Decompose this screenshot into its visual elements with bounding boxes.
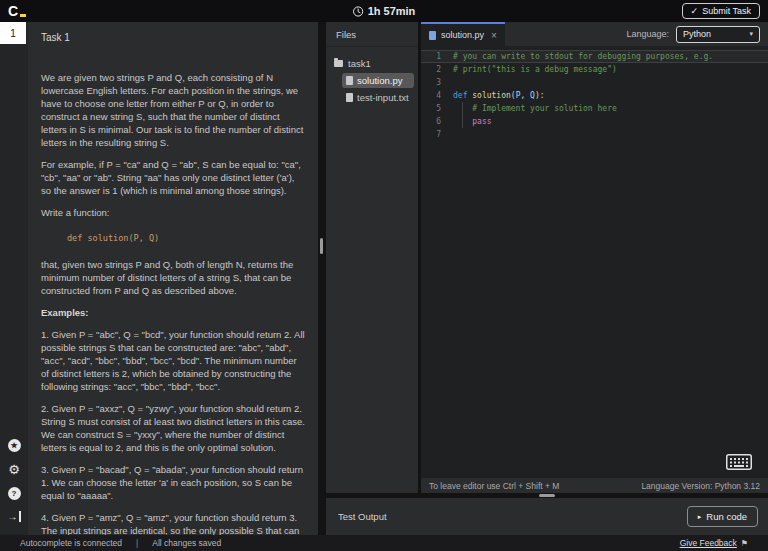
timer: 1h 57min bbox=[353, 5, 416, 17]
code-line-7[interactable]: 7 bbox=[421, 128, 768, 141]
files-panel: Files task1 solution.py test-input.tx bbox=[326, 22, 418, 493]
indent-guide bbox=[462, 102, 463, 128]
code-comment: # you can write to stdout for debugging … bbox=[441, 50, 713, 63]
codility-app: C 1h 57min ✓ Submit Task 1 ★ ⚙ ? → bbox=[0, 0, 768, 551]
task-example-4: 4. Given P = "amz", Q = "amz", your func… bbox=[41, 511, 305, 535]
code-line-1[interactable]: 1 # you can write to stdout for debuggin… bbox=[421, 50, 768, 63]
feedback-group: Give Feedback ⚑ bbox=[680, 538, 748, 548]
bottom-status-bar: Autocomplete is connected | All changes … bbox=[0, 535, 768, 551]
panel-resize-divider[interactable] bbox=[318, 22, 326, 535]
code-line-5[interactable]: 5 # Implement your solution here bbox=[421, 102, 768, 115]
code-def-line: def solution(P, Q): bbox=[441, 89, 545, 102]
codility-logo[interactable]: C bbox=[8, 4, 26, 18]
submit-task-button[interactable]: ✓ Submit Task bbox=[682, 3, 760, 19]
right-region: Files task1 solution.py test-input.tx bbox=[326, 22, 768, 535]
logout-exit-icon[interactable]: → bbox=[8, 511, 21, 522]
logo-text: C bbox=[8, 4, 18, 18]
tree-folder-task1[interactable]: task1 bbox=[326, 56, 418, 70]
keyword-pass: pass bbox=[472, 117, 491, 126]
folder-icon bbox=[334, 60, 343, 67]
line-number: 3 bbox=[421, 76, 441, 89]
clock-icon bbox=[353, 6, 364, 17]
code-pass-line: pass bbox=[441, 115, 492, 128]
task-paragraph-intro: We are given two strings P and Q, each c… bbox=[41, 71, 305, 149]
editor-hint: To leave editor use Ctrl + Shift + M bbox=[429, 481, 559, 491]
punct: ): bbox=[535, 91, 545, 100]
timer-text: 1h 57min bbox=[368, 5, 416, 17]
editor-column: solution.py × Language: Python ▾ bbox=[421, 22, 768, 493]
run-code-label: Run code bbox=[706, 511, 747, 522]
code-line-4[interactable]: 4 def solution(P, Q): bbox=[421, 89, 768, 102]
task-examples-heading: Examples: bbox=[41, 306, 305, 319]
line-number: 2 bbox=[421, 63, 441, 76]
function-name: solution bbox=[472, 91, 511, 100]
content-row: 1 ★ ⚙ ? → Task 1 We are given two string… bbox=[0, 22, 768, 535]
language-dropdown[interactable]: Python ▾ bbox=[676, 26, 760, 43]
code-line-2[interactable]: 2 # print("this is a debug message") bbox=[421, 63, 768, 76]
language-version: Language Version: Python 3.12 bbox=[641, 481, 760, 491]
autocomplete-status: Autocomplete is connected bbox=[20, 538, 122, 548]
test-output-panel: Test Output ▸ Run code bbox=[326, 498, 768, 535]
editor-tab-solution-py[interactable]: solution.py × bbox=[421, 22, 505, 46]
test-output-title: Test Output bbox=[338, 511, 387, 522]
code-line-3[interactable]: 3 bbox=[421, 76, 768, 89]
keyword-def: def bbox=[453, 91, 472, 100]
file-label: solution.py bbox=[357, 75, 402, 86]
file-label: test-input.txt bbox=[357, 92, 409, 103]
chevron-down-icon: ▾ bbox=[749, 30, 753, 38]
punct: , bbox=[520, 91, 530, 100]
task-example-1: 1. Given P = "abc", Q = "bcd", your func… bbox=[41, 328, 305, 393]
editor-tab-bar: solution.py × Language: Python ▾ bbox=[421, 22, 768, 46]
status-separator: | bbox=[136, 538, 138, 548]
task-example-2: 2. Given P = "axxz", Q = "yzwy", your fu… bbox=[41, 402, 305, 454]
give-feedback-link[interactable]: Give Feedback bbox=[680, 538, 737, 548]
resize-handle[interactable] bbox=[320, 238, 323, 254]
line-number: 4 bbox=[421, 89, 441, 102]
task-number-tab[interactable]: 1 bbox=[0, 22, 26, 44]
settings-gear-icon[interactable]: ⚙ bbox=[8, 463, 20, 476]
line-number: 5 bbox=[421, 102, 441, 115]
code-comment-line: # Implement your solution here bbox=[441, 102, 617, 115]
code-editor[interactable]: 1 # you can write to stdout for debuggin… bbox=[421, 46, 768, 478]
code-comment: # Implement your solution here bbox=[472, 104, 617, 113]
line-number: 7 bbox=[421, 128, 441, 141]
saved-status: All changes saved bbox=[152, 538, 221, 548]
logo-accent-dash bbox=[20, 14, 26, 17]
files-panel-header: Files bbox=[326, 22, 418, 47]
file-icon bbox=[346, 76, 353, 85]
code-comment: # print("this is a debug message") bbox=[441, 63, 617, 76]
resize-handle[interactable] bbox=[539, 494, 555, 497]
file-tree: task1 solution.py test-input.txt bbox=[326, 47, 418, 103]
tree-file-test-input-txt[interactable]: test-input.txt bbox=[346, 92, 414, 103]
tab-close-icon[interactable]: × bbox=[491, 30, 497, 41]
task-paragraph-returns: that, given two strings P and Q, both of… bbox=[41, 258, 305, 297]
python-file-icon bbox=[429, 31, 436, 40]
folder-label: task1 bbox=[348, 58, 371, 69]
help-question-icon[interactable]: ? bbox=[8, 487, 21, 500]
right-top-row: Files task1 solution.py test-input.tx bbox=[326, 22, 768, 493]
flag-icon: ⚑ bbox=[741, 539, 748, 548]
language-label: Language: bbox=[626, 29, 669, 39]
run-code-button[interactable]: ▸ Run code bbox=[687, 506, 758, 527]
play-icon: ▸ bbox=[698, 513, 702, 521]
task-paragraph-example: For example, if P = "ca" and Q = "ab", S… bbox=[41, 158, 305, 197]
file-icon bbox=[346, 93, 353, 102]
sidebar-icon-group: ★ ⚙ ? → bbox=[8, 439, 21, 535]
check-icon: ✓ bbox=[691, 6, 699, 16]
task-function-signature: def solution(P, Q) bbox=[67, 232, 305, 245]
tree-file-solution-py[interactable]: solution.py bbox=[342, 73, 414, 88]
task-example-3: 3. Given P = "bacad", Q = "abada", your … bbox=[41, 463, 305, 502]
output-resize-divider[interactable] bbox=[326, 493, 768, 498]
editor-status-bar: To leave editor use Ctrl + Shift + M Lan… bbox=[421, 478, 768, 493]
left-sidebar: 1 ★ ⚙ ? → bbox=[0, 22, 28, 535]
language-value: Python bbox=[683, 29, 711, 39]
line-number: 6 bbox=[421, 115, 441, 128]
task-description-panel[interactable]: Task 1 We are given two strings P and Q,… bbox=[28, 22, 318, 535]
code-line-6[interactable]: 6 pass bbox=[421, 115, 768, 128]
task-title: Task 1 bbox=[41, 31, 305, 44]
keyboard-icon[interactable] bbox=[726, 454, 752, 470]
submit-task-label: Submit Task bbox=[702, 6, 751, 16]
star-circle-icon[interactable]: ★ bbox=[8, 439, 21, 452]
editor-tab-label: solution.py bbox=[441, 30, 484, 40]
task-paragraph-write-function: Write a function: bbox=[41, 206, 305, 219]
